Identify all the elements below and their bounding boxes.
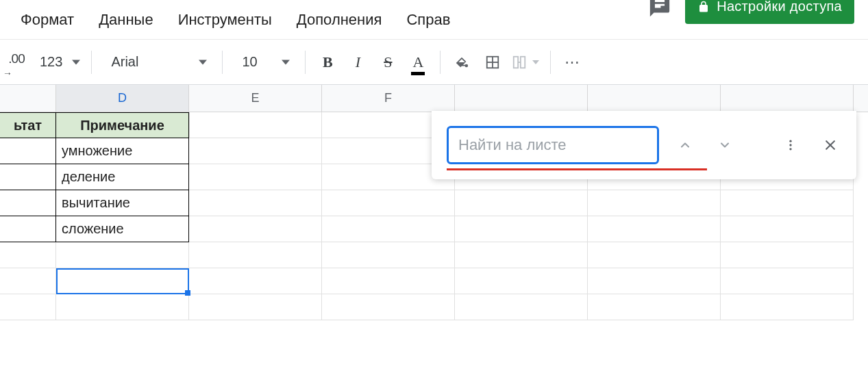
column-header-i[interactable]	[721, 85, 854, 112]
table-row: вычитание	[0, 190, 868, 216]
toolbar: .00 → 123 Arial 10 B I S A	[0, 40, 868, 85]
cell[interactable]	[322, 190, 455, 216]
cell[interactable]: сложение	[56, 216, 189, 242]
cell[interactable]	[721, 190, 854, 216]
cell[interactable]	[455, 294, 588, 320]
cell[interactable]: вычитание	[56, 190, 189, 216]
svg-point-8	[789, 148, 791, 150]
cell[interactable]	[0, 268, 56, 294]
merge-cells-button[interactable]	[508, 47, 543, 77]
separator	[550, 51, 551, 74]
cell[interactable]	[455, 190, 588, 216]
caret-down-icon	[532, 59, 539, 66]
column-header-h[interactable]	[588, 85, 721, 112]
column-header-f[interactable]: F	[322, 85, 455, 112]
menu-tools[interactable]: Инструменты	[166, 7, 284, 33]
cell[interactable]	[0, 294, 56, 320]
cell[interactable]	[588, 294, 721, 320]
svg-rect-5	[521, 56, 525, 68]
separator	[91, 51, 92, 74]
menu-addons[interactable]: Дополнения	[284, 7, 395, 33]
cell[interactable]	[322, 216, 455, 242]
svg-rect-4	[514, 56, 518, 68]
fill-color-button[interactable]	[447, 47, 478, 77]
cell[interactable]	[322, 268, 455, 294]
find-more-options-button[interactable]	[777, 131, 804, 159]
share-button[interactable]: Настройки доступа	[685, 0, 854, 24]
more-tools-button[interactable]: ⋯	[558, 47, 588, 77]
table-row	[0, 294, 868, 320]
cell[interactable]	[588, 190, 721, 216]
column-headers: D E F	[0, 85, 868, 112]
cell[interactable]	[0, 138, 56, 164]
cell[interactable]	[721, 216, 854, 242]
cell[interactable]	[721, 294, 854, 320]
italic-button[interactable]: I	[343, 47, 373, 77]
number-format-dropdown[interactable]: 123	[32, 47, 84, 77]
table-header-cell[interactable]: Примечание	[56, 112, 189, 138]
separator	[440, 51, 441, 74]
arrow-right-icon: →	[3, 68, 12, 79]
strikethrough-button[interactable]: S	[373, 47, 403, 77]
column-header-g[interactable]	[455, 85, 588, 112]
svg-point-0	[465, 64, 469, 67]
cell[interactable]	[0, 164, 56, 190]
cell[interactable]	[588, 242, 721, 268]
cell[interactable]	[721, 268, 854, 294]
find-previous-button[interactable]	[671, 131, 699, 159]
svg-point-7	[789, 144, 791, 146]
cell[interactable]	[0, 242, 56, 268]
table-row	[0, 242, 868, 268]
column-header-e[interactable]: E	[189, 85, 322, 112]
bold-button[interactable]: B	[312, 47, 343, 77]
menu-format[interactable]: Формат	[8, 7, 86, 33]
cell[interactable]	[322, 242, 455, 268]
column-header-d[interactable]: D	[56, 85, 189, 112]
share-button-label: Настройки доступа	[717, 0, 842, 14]
cell[interactable]	[189, 112, 322, 138]
font-family-dropdown[interactable]: Arial	[99, 47, 215, 77]
cell[interactable]	[0, 216, 56, 242]
cell[interactable]	[588, 268, 721, 294]
find-next-button[interactable]	[711, 131, 739, 159]
find-in-sheet-bar	[432, 111, 856, 179]
caret-down-icon	[282, 58, 290, 66]
find-close-button[interactable]	[817, 131, 844, 159]
caret-down-icon	[199, 58, 207, 66]
text-color-button[interactable]: A	[403, 47, 433, 77]
cell[interactable]	[56, 268, 189, 294]
comments-icon[interactable]	[648, 0, 671, 21]
cell[interactable]	[455, 216, 588, 242]
borders-button[interactable]	[478, 47, 508, 77]
find-input[interactable]	[447, 126, 659, 164]
cell[interactable]: деление	[56, 164, 189, 190]
cell[interactable]	[455, 242, 588, 268]
separator	[222, 51, 223, 74]
separator	[305, 51, 306, 74]
cell[interactable]	[56, 242, 189, 268]
cell[interactable]	[189, 138, 322, 164]
cell[interactable]	[189, 216, 322, 242]
cell[interactable]	[189, 294, 322, 320]
cell[interactable]	[588, 216, 721, 242]
decrease-decimal-button[interactable]: .00 →	[1, 47, 32, 77]
cell[interactable]	[189, 268, 322, 294]
find-annotation-underline	[447, 168, 707, 170]
cell[interactable]	[189, 164, 322, 190]
cell[interactable]	[0, 190, 56, 216]
cell[interactable]	[189, 190, 322, 216]
cell[interactable]	[721, 242, 854, 268]
cell[interactable]	[455, 268, 588, 294]
font-size-dropdown[interactable]: 10	[230, 47, 298, 77]
caret-down-icon	[72, 58, 80, 66]
cell[interactable]	[189, 242, 322, 268]
menu-help[interactable]: Справ	[394, 7, 462, 33]
svg-point-6	[789, 140, 791, 142]
table-header-cell[interactable]: ьтат	[0, 112, 56, 138]
table-row: сложение	[0, 216, 868, 242]
column-header-c[interactable]	[0, 85, 56, 112]
cell[interactable]	[322, 294, 455, 320]
menu-data[interactable]: Данные	[86, 7, 165, 33]
cell[interactable]	[56, 294, 189, 320]
cell[interactable]: умножение	[56, 138, 189, 164]
